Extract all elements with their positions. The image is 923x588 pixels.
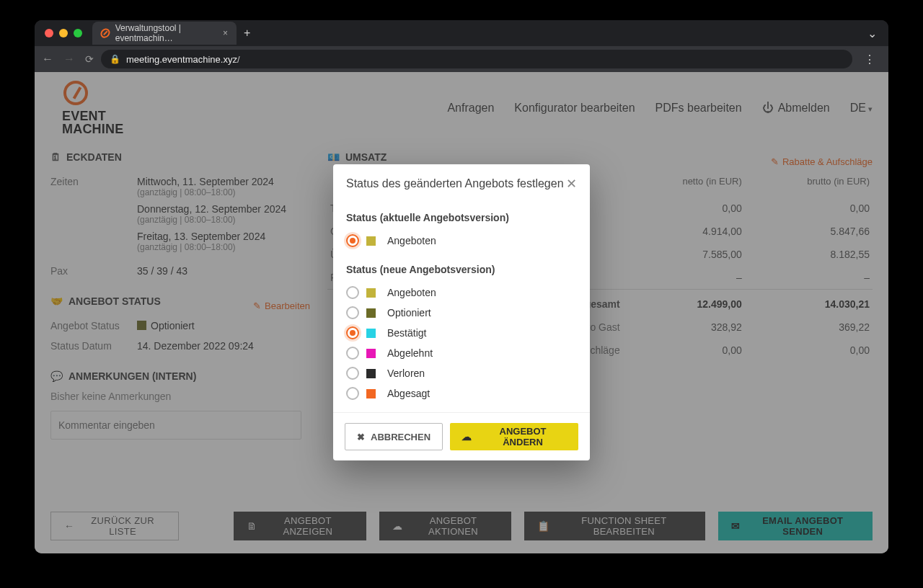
radio-new-angeboten[interactable]: Angeboten [346,282,577,303]
status-swatch-icon [366,329,376,338]
back-icon[interactable]: ← [42,53,53,66]
new-status-label: Status (neue Angebotsversion) [346,264,577,275]
radio-icon [346,347,359,360]
radio-new-bestatigt[interactable]: Bestätigt [346,323,577,343]
reload-icon[interactable]: ⟳ [85,53,94,65]
modal-title: Status des geänderten Angebots festlegen [346,177,564,190]
radio-icon [346,286,359,299]
url-text: meeting.eventmachine.xyz/ [126,54,240,65]
lock-icon: 🔒 [110,54,120,64]
close-tab-icon[interactable]: × [223,28,228,38]
status-modal: Status des geänderten Angebots festlegen… [333,164,590,460]
radio-icon [346,387,359,400]
close-icon: ✖ [357,432,365,442]
new-tab-button[interactable]: + [244,27,250,40]
radio-new-abgelehnt[interactable]: Abgelehnt [346,343,577,363]
radio-new-optioniert[interactable]: Optioniert [346,303,577,323]
radio-icon [346,306,359,319]
app-viewport: EVENT MACHINE Anfragen Konfigurator bear… [35,72,888,553]
status-swatch-icon [366,349,376,358]
window-controls [45,29,82,37]
current-status-label: Status (aktuelle Angebotsversion) [346,212,577,223]
favicon-icon [99,27,112,40]
radio-icon [346,367,359,380]
radio-icon [346,234,359,247]
browser-window: Verwaltungstool | eventmachin… × + ⌄ ← →… [35,20,888,553]
radio-new-verloren[interactable]: Verloren [346,363,577,383]
radio-icon [346,326,359,339]
status-swatch-icon [366,308,376,318]
tab-bar: Verwaltungstool | eventmachin… × + ⌄ [35,20,888,46]
forward-icon[interactable]: → [63,53,75,66]
status-swatch-icon [366,369,376,378]
status-swatch-icon [366,389,376,398]
address-bar: ← → ⟳ 🔒 meeting.eventmachine.xyz/ ⋮ [35,46,888,72]
radio-current-angeboten[interactable]: Angeboten [346,231,577,251]
url-field[interactable]: 🔒 meeting.eventmachine.xyz/ [101,50,852,68]
cloud-icon [462,431,473,442]
radio-new-abgesagt[interactable]: Abgesagt [346,383,577,404]
browser-tab[interactable]: Verwaltungstool | eventmachin… × [92,22,237,45]
cancel-button[interactable]: ✖ABBRECHEN [345,423,443,450]
close-window-icon[interactable] [45,29,53,37]
status-swatch-icon [366,288,376,298]
status-swatch-icon [366,236,376,246]
minimize-window-icon[interactable] [59,29,68,37]
confirm-change-button[interactable]: ANGEBOT ÄNDERN [450,423,578,450]
maximize-window-icon[interactable] [74,29,82,37]
tab-title: Verwaltungstool | eventmachin… [115,23,213,43]
close-icon[interactable]: ✕ [566,176,577,192]
browser-menu-icon[interactable]: ⋮ [864,53,877,66]
tabs-menu-icon[interactable]: ⌄ [867,27,877,40]
